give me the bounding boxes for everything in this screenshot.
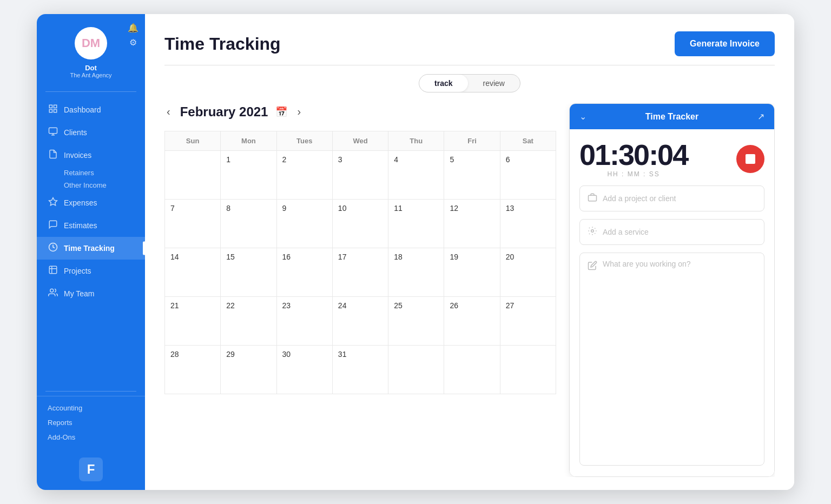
calendar-day[interactable]: 12: [444, 200, 500, 248]
calendar-day-number: 25: [394, 301, 403, 310]
sidebar-item-estimates[interactable]: Estimates: [37, 214, 145, 237]
calendar-day[interactable]: 19: [444, 248, 500, 297]
sidebar-item-other-income[interactable]: Other Income: [37, 179, 145, 191]
calendar-day[interactable]: 10: [332, 200, 388, 248]
day-header-tues: Tues: [276, 131, 332, 151]
tab-track[interactable]: track: [419, 75, 467, 92]
calendar-day[interactable]: 13: [500, 200, 556, 248]
stop-timer-button[interactable]: [736, 145, 764, 173]
main-header: Time Tracking Generate Invoice: [164, 31, 775, 56]
calendar-day[interactable]: 22: [221, 297, 276, 346]
calendar-day[interactable]: 14: [165, 248, 221, 297]
calendar-grid-icon[interactable]: 📅: [275, 106, 287, 118]
sidebar-item-projects-label: Projects: [64, 267, 91, 275]
calendar-day-number: 1: [226, 155, 230, 164]
calendar-day[interactable]: 8: [221, 200, 276, 248]
calendar-day[interactable]: 17: [332, 248, 388, 297]
calendar-day[interactable]: 15: [221, 248, 276, 297]
svg-rect-10: [589, 195, 597, 201]
calendar-day[interactable]: 28: [165, 346, 221, 394]
generate-invoice-button[interactable]: Generate Invoice: [675, 31, 775, 56]
tracker-title: Time Tracker: [645, 112, 698, 122]
calendar-day-number: 28: [170, 350, 179, 359]
sidebar-item-time-tracking[interactable]: Time Tracking: [37, 237, 145, 260]
svg-rect-3: [49, 110, 52, 112]
sidebar-divider: [45, 91, 136, 92]
sidebar-nav: Dashboard Clients Invoices Retainers Oth…: [37, 96, 145, 387]
tracker-export-icon[interactable]: ↗: [757, 111, 764, 122]
calendar-day-number: 5: [450, 155, 454, 164]
accounting-link[interactable]: Accounting: [45, 401, 136, 415]
sidebar-item-clients-label: Clients: [64, 128, 87, 137]
svg-point-11: [591, 230, 594, 233]
logo-box: F: [79, 457, 103, 481]
sidebar-divider-2: [45, 391, 136, 392]
calendar-day[interactable]: 11: [388, 200, 444, 248]
sidebar-top: 🔔 ⚙ DM Dot The Ant Agency: [37, 14, 145, 87]
sidebar-item-invoices-label: Invoices: [64, 151, 91, 160]
day-header-sun: Sun: [165, 131, 221, 151]
calendar-day-number: 18: [394, 253, 403, 261]
sidebar-item-my-team[interactable]: My Team: [37, 282, 145, 305]
calendar-day-number: 10: [338, 204, 347, 213]
notification-icon[interactable]: 🔔: [128, 23, 138, 33]
tracker-timer-row: 01:30:04 HH : MM : SS: [579, 140, 764, 178]
calendar-day-number: 24: [338, 301, 347, 310]
service-icon: [588, 226, 597, 238]
calendar-day[interactable]: 31: [332, 346, 388, 394]
settings-icon[interactable]: ⚙: [128, 37, 138, 48]
calendar-prev-button[interactable]: ‹: [164, 103, 173, 120]
content-area: ‹ February 2021 📅 › Sun Mon Tues Wed Thu…: [164, 103, 775, 477]
my-team-icon: [48, 288, 58, 300]
dashboard-icon: [48, 104, 58, 116]
tracker-collapse-icon[interactable]: ⌄: [579, 111, 586, 122]
sidebar-item-dashboard[interactable]: Dashboard: [37, 98, 145, 121]
calendar-day[interactable]: 23: [276, 297, 332, 346]
notes-icon: [588, 261, 597, 273]
sidebar: 🔔 ⚙ DM Dot The Ant Agency Dashboard Clie…: [37, 14, 145, 490]
calendar-next-button[interactable]: ›: [295, 103, 303, 120]
calendar-day[interactable]: 5: [444, 151, 500, 200]
calendar-day[interactable]: 30: [276, 346, 332, 394]
sidebar-item-retainers[interactable]: Retainers: [37, 167, 145, 179]
add-service-placeholder: Add a service: [603, 228, 649, 236]
calendar-day[interactable]: 2: [276, 151, 332, 200]
calendar-day[interactable]: 7: [165, 200, 221, 248]
calendar-day-number: 17: [338, 253, 347, 261]
header-divider: [164, 65, 775, 65]
calendar-day[interactable]: 1: [221, 151, 276, 200]
notes-input[interactable]: What are you working on?: [579, 253, 764, 466]
tracker-header: ⌄ Time Tracker ↗: [570, 104, 774, 129]
invoices-icon: [48, 149, 58, 161]
calendar-day-number: 4: [394, 155, 398, 164]
calendar-day[interactable]: 9: [276, 200, 332, 248]
calendar-day[interactable]: 20: [500, 248, 556, 297]
calendar-day-number: 27: [506, 301, 515, 310]
tab-review[interactable]: review: [468, 75, 520, 92]
day-header-sat: Sat: [500, 131, 556, 151]
calendar-day[interactable]: 24: [332, 297, 388, 346]
add-ons-link[interactable]: Add-Ons: [45, 430, 136, 445]
add-project-input[interactable]: Add a project or client: [579, 185, 764, 211]
calendar-day-number: 26: [450, 301, 458, 310]
sidebar-item-projects[interactable]: Projects: [37, 260, 145, 282]
calendar-day[interactable]: 6: [500, 151, 556, 200]
calendar-day[interactable]: 16: [276, 248, 332, 297]
sidebar-item-clients[interactable]: Clients: [37, 121, 145, 144]
calendar-day-number: 31: [338, 350, 347, 359]
calendar-day[interactable]: 18: [388, 248, 444, 297]
avatar: DM: [75, 27, 107, 59]
calendar-day[interactable]: 29: [221, 346, 276, 394]
sidebar-item-invoices[interactable]: Invoices: [37, 144, 145, 167]
calendar-day[interactable]: 3: [332, 151, 388, 200]
reports-link[interactable]: Reports: [45, 415, 136, 430]
add-service-input[interactable]: Add a service: [579, 219, 764, 245]
calendar-day[interactable]: 26: [444, 297, 500, 346]
calendar-day[interactable]: 21: [165, 297, 221, 346]
tracker-body: 01:30:04 HH : MM : SS Add a project or c…: [570, 129, 774, 476]
sidebar-item-expenses[interactable]: Expenses: [37, 191, 145, 214]
calendar-day[interactable]: 4: [388, 151, 444, 200]
calendar-section: ‹ February 2021 📅 › Sun Mon Tues Wed Thu…: [164, 103, 556, 477]
calendar-day[interactable]: 25: [388, 297, 444, 346]
calendar-day[interactable]: 27: [500, 297, 556, 346]
